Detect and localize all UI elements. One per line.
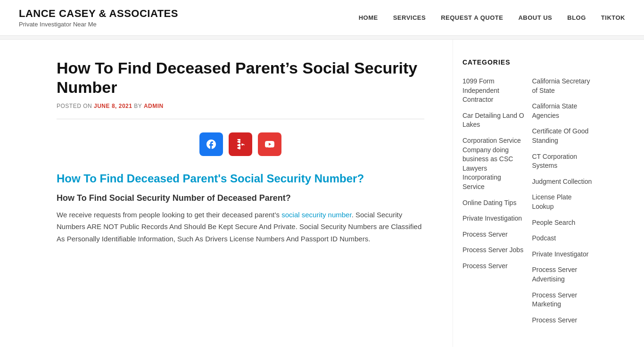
nav-tiktok[interactable]: TIKTOK bbox=[601, 14, 625, 21]
main-content: How To Find Deceased Parent’s Social Sec… bbox=[0, 40, 453, 347]
category-item[interactable]: Private Investigator bbox=[532, 248, 594, 261]
category-item[interactable]: 1099 Form Independent Contractor bbox=[462, 75, 525, 106]
category-item[interactable]: Process Server Marketing bbox=[532, 289, 594, 311]
brand-tagline: Private Investigator Near Me bbox=[19, 21, 178, 28]
page-wrapper: How To Find Deceased Parent’s Social Sec… bbox=[0, 40, 644, 347]
category-item[interactable]: Process Server bbox=[462, 229, 525, 241]
category-item[interactable]: Process Server Jobs bbox=[462, 244, 525, 256]
nav-about-us[interactable]: ABOUT US bbox=[518, 14, 552, 21]
nav-home[interactable]: HOME bbox=[359, 14, 378, 21]
meta-by: BY bbox=[134, 103, 142, 109]
category-item[interactable]: CT Corporation Systems bbox=[532, 151, 594, 172]
category-item[interactable]: License Plate Lookup bbox=[532, 191, 594, 213]
category-item[interactable]: Corporation Service Company doing busine… bbox=[462, 135, 525, 193]
category-item[interactable]: People Search bbox=[532, 217, 594, 229]
article-body-text: We receive requests from people looking … bbox=[57, 209, 424, 245]
youtube-icon-button[interactable] bbox=[258, 132, 281, 156]
article-title: How To Find Deceased Parent’s Social Sec… bbox=[57, 58, 424, 97]
social-icons bbox=[57, 132, 424, 156]
body-intro: We receive requests from people looking … bbox=[57, 211, 280, 219]
category-item[interactable]: Private Investigation bbox=[462, 213, 525, 225]
sub-header-bar bbox=[0, 36, 644, 40]
facebook-icon-button[interactable] bbox=[199, 132, 223, 156]
article-subheading: How To Find Social Security Number of De… bbox=[57, 193, 424, 203]
category-item[interactable]: Process Server bbox=[462, 260, 525, 272]
body-link[interactable]: social security number bbox=[281, 211, 351, 219]
sidebar: CATEGORIES 1099 Form Independent Contrac… bbox=[453, 40, 603, 347]
meta-prefix: POSTED ON bbox=[57, 103, 92, 109]
yelp-icon bbox=[235, 139, 246, 150]
category-item[interactable]: California State Agencies bbox=[532, 100, 594, 122]
meta-date[interactable]: JUNE 8, 2021 bbox=[94, 103, 132, 109]
category-item[interactable]: Podcast bbox=[532, 232, 594, 245]
categories-col-right: California Secretary of State California… bbox=[532, 75, 594, 328]
categories-grid: 1099 Form Independent Contractor Car Det… bbox=[462, 75, 594, 328]
meta-author[interactable]: ADMIN bbox=[144, 103, 164, 109]
article-divider bbox=[57, 119, 424, 119]
facebook-icon bbox=[206, 139, 217, 150]
youtube-icon bbox=[264, 139, 275, 150]
category-item[interactable]: Certificate Of Good Standing bbox=[532, 125, 594, 147]
category-item[interactable]: Process Server Advertising bbox=[532, 264, 594, 285]
nav-services[interactable]: SERVICES bbox=[393, 14, 426, 21]
article-heading-blue: How To Find Deceased Parent's Social Sec… bbox=[57, 171, 424, 186]
main-nav: HOME SERVICES REQUEST A QUOTE ABOUT US B… bbox=[359, 14, 625, 21]
article-meta: POSTED ON JUNE 8, 2021 BY ADMIN bbox=[57, 103, 424, 109]
nav-request-quote[interactable]: REQUEST A QUOTE bbox=[441, 14, 503, 21]
nav-blog[interactable]: BLOG bbox=[567, 14, 586, 21]
categories-col-left: 1099 Form Independent Contractor Car Det… bbox=[462, 75, 525, 328]
yelp-icon-button[interactable] bbox=[229, 132, 252, 156]
site-header: LANCE CASEY & ASSOCIATES Private Investi… bbox=[0, 0, 644, 36]
site-logo[interactable]: LANCE CASEY & ASSOCIATES Private Investi… bbox=[19, 8, 178, 28]
sidebar-categories-title: CATEGORIES bbox=[462, 58, 594, 66]
category-item[interactable]: Online Dating Tips bbox=[462, 197, 525, 209]
category-item[interactable]: Process Server bbox=[532, 314, 594, 327]
category-item[interactable]: Judgment Collection bbox=[532, 176, 594, 188]
category-item[interactable]: Car Detailing Land O Lakes bbox=[462, 110, 525, 131]
brand-name: LANCE CASEY & ASSOCIATES bbox=[19, 8, 178, 20]
category-item[interactable]: California Secretary of State bbox=[532, 75, 594, 97]
